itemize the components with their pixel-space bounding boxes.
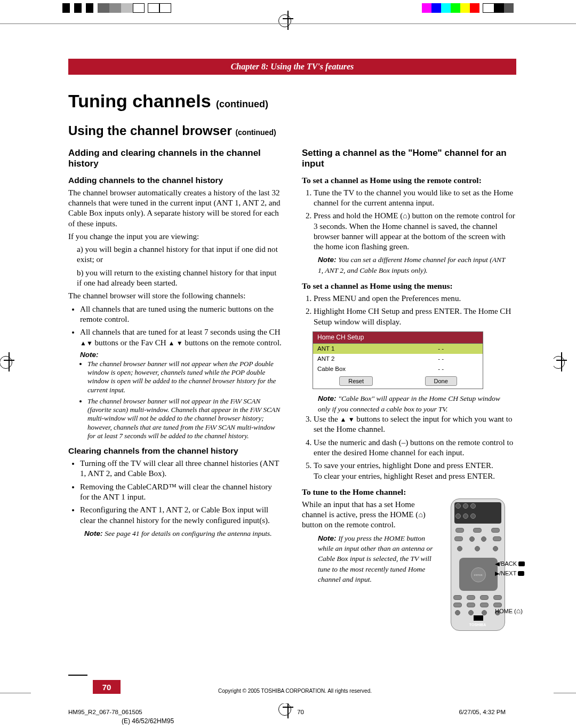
heading-home-remote: To set a channel as Home using the remot… <box>302 175 516 186</box>
setup-row-value: - - <box>399 344 483 354</box>
bleed-model: (E) 46/52/62HM95 <box>122 717 174 725</box>
paragraph: If you change the input you are viewing: <box>68 232 283 242</box>
heading-tune-home: To tune to the Home channel: <box>302 487 516 497</box>
setup-row-label: Cable Box <box>313 364 399 374</box>
list-item: Reconfiguring the ANT 1, ANT 2, or Cable… <box>80 505 283 526</box>
home-icon: ⌂ <box>516 607 521 614</box>
page-title: Tuning channels (continued) <box>68 91 516 112</box>
remote-illustration-area: ENTER TOSHIBA ◀/BACK ▶/NEXT HOME (⌂) <box>439 498 516 631</box>
note-label: Note: <box>80 351 99 359</box>
table-row: ANT 1 - - <box>313 344 483 354</box>
heading-adding: Adding channels to the channel history <box>68 175 283 186</box>
section-heading-text: Using the channel browser <box>68 123 232 138</box>
setup-row-value: - - <box>399 364 483 374</box>
heading-setting-home: Setting a channel as the "Home" channel … <box>302 148 516 170</box>
bleed-timestamp: 6/27/05, 4:32 PM <box>459 709 506 715</box>
note-bullet: The channel browser banner will not appe… <box>87 360 283 394</box>
toshiba-logo: TOSHIBA <box>451 623 505 628</box>
callout-home: HOME (⌂) <box>495 607 523 615</box>
home-ch-setup-title: Home CH Setup <box>313 332 483 344</box>
setup-row-label: ANT 1 <box>313 344 399 354</box>
note-label: Note: <box>84 529 103 537</box>
home-icon: ⌂ <box>403 212 407 220</box>
page-title-continued: (continued) <box>216 99 268 109</box>
note-label: Note: <box>318 256 337 264</box>
page-footer: 70 Copyright © 2005 TOSHIBA CORPORATION.… <box>68 680 516 694</box>
sublist-item-b: b) you will return to the existing chann… <box>77 268 283 289</box>
home-icon: ⌂ <box>418 511 422 519</box>
registration-mark-right <box>559 352 564 371</box>
page-number: 70 <box>93 680 121 694</box>
callout-next: ▶/NEXT <box>495 569 524 577</box>
registration-mark-left <box>6 352 12 371</box>
registration-mark-top <box>285 11 291 30</box>
reset-button[interactable]: Reset <box>339 376 373 386</box>
up-down-arrow-icon: ▲ ▼ <box>168 339 182 347</box>
bleed-page: 70 <box>297 709 304 715</box>
setup-row-label: ANT 2 <box>313 354 399 364</box>
chapter-header: Chapter 8: Using the TV's features <box>68 59 516 75</box>
sublist-item-a: a) you will begin a channel history for … <box>77 244 283 265</box>
right-column: Setting a channel as the "Home" channel … <box>302 144 516 631</box>
cb-next-icon <box>518 571 524 576</box>
list-item: All channels that are tuned for at least… <box>80 327 283 348</box>
note-label: Note: <box>318 534 337 542</box>
section-heading-continued: (continued) <box>235 128 276 137</box>
list-item: Removing the CableCARD™ will clear the c… <box>80 482 283 503</box>
step: Use the numeric and dash (–) buttons on … <box>314 438 516 458</box>
section-heading: Using the channel browser (continued) <box>68 123 516 138</box>
heading-adding-clearing: Adding and clearing channels in the chan… <box>68 148 283 170</box>
up-down-arrow-icon: ▲▼ <box>80 339 93 347</box>
page-title-text: Tuning channels <box>68 91 211 111</box>
bleed-filename: HM95_R2_067-78_061505 <box>68 709 142 715</box>
list-item: All channels that are tuned using the nu… <box>80 304 283 325</box>
step: Highlight Home CH Setup and press ENTER.… <box>314 306 516 327</box>
step: Tune the TV to the channel you would lik… <box>314 188 516 209</box>
paragraph: The channel browser will store the follo… <box>68 291 283 301</box>
setup-button-row: Reset Done <box>313 374 483 389</box>
step: Press and hold the HOME (⌂) button on th… <box>314 211 516 252</box>
bleed-info: HM95_R2_067-78_061505 70 6/27/05, 4:32 P… <box>68 709 506 715</box>
copyright-text: Copyright © 2005 TOSHIBA CORPORATION. Al… <box>121 688 469 694</box>
step: Press MENU and open the Preferences menu… <box>314 294 516 304</box>
cb-back-icon <box>518 561 525 566</box>
note-text: You can set a different Home channel for… <box>318 256 505 274</box>
paragraph: The channel browser automatically create… <box>68 188 283 229</box>
setup-row-value: - - <box>399 354 483 364</box>
tv-guide-icon <box>474 615 483 621</box>
left-column: Adding and clearing channels in the chan… <box>68 144 283 631</box>
step: To save your entries, highlight Done and… <box>314 461 516 481</box>
table-row: ANT 2 - - <box>313 354 483 364</box>
note-label: Note: <box>318 394 337 402</box>
up-down-arrow-icon: ▲ ▼ <box>340 416 354 423</box>
callout-back: ◀/BACK <box>495 560 525 567</box>
note-text: "Cable Box" will appear in the Home CH S… <box>318 394 500 413</box>
note-bullet: The channel browser banner will not appe… <box>87 397 283 440</box>
home-ch-setup-window: Home CH Setup ANT 1 - - ANT 2 - - Cable … <box>313 331 483 390</box>
footer-rule-icon <box>68 675 87 686</box>
done-button[interactable]: Done <box>425 376 457 386</box>
table-row: Cable Box - - <box>313 364 483 374</box>
step: Use the ▲ ▼ buttons to select the input … <box>314 414 516 435</box>
heading-clearing: Clearing channels from the channel histo… <box>68 446 283 456</box>
page-content: Chapter 8: Using the TV's features Tunin… <box>31 32 554 703</box>
heading-home-menus: To set a channel as Home using the menus… <box>302 281 516 291</box>
note-text: See page 41 for details on configuring t… <box>105 529 271 537</box>
list-item: Turning off the TV will clear all three … <box>80 458 283 479</box>
crop-line-top <box>0 23 576 24</box>
